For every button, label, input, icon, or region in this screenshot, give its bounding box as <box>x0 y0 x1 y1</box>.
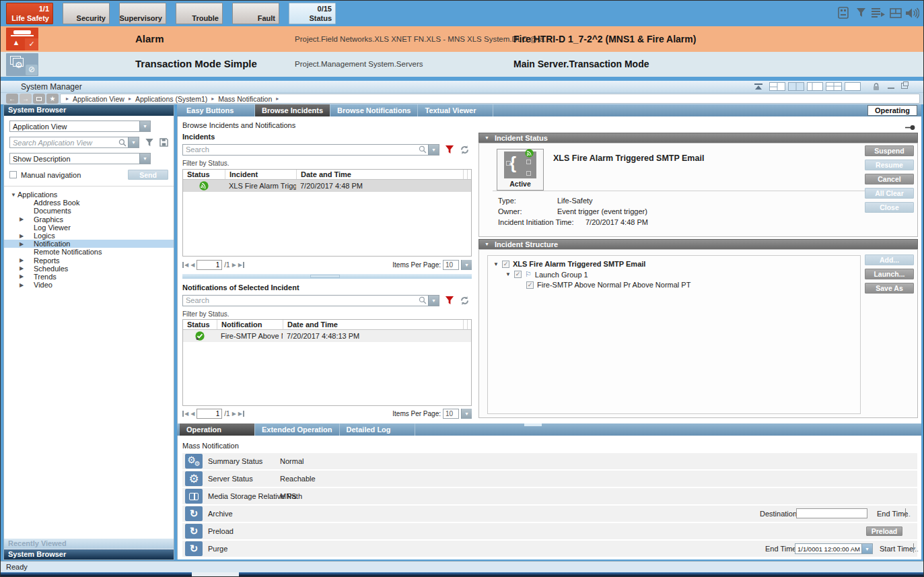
end-time-select[interactable]: 1/1/0001 12:00:00 AM ▼ <box>795 543 873 554</box>
alarm-event-row[interactable]: ▲ ✓ Alarm Project.Field Networks.XLS XNE… <box>1 26 924 52</box>
tree-item-reports[interactable]: ▶Reports <box>4 257 174 265</box>
refresh-icon[interactable] <box>460 296 470 306</box>
system-browser-footer-bar[interactable]: System Browser <box>4 549 174 559</box>
next-page-icon[interactable]: ▶ <box>232 411 236 417</box>
lock-icon[interactable] <box>873 83 880 91</box>
description-selector[interactable]: Show Description ▼ <box>9 153 151 164</box>
column-notification[interactable]: Notification <box>217 320 283 329</box>
layout-preset-2-button[interactable] <box>788 82 804 91</box>
tree-item-graphics[interactable]: ▶Graphics <box>4 215 174 224</box>
items-per-page-value[interactable]: 10 <box>443 260 459 270</box>
first-page-icon[interactable]: ◀ <box>182 262 188 268</box>
event-list-icon[interactable] <box>870 6 886 20</box>
cancel-button[interactable]: Cancel <box>865 174 914 184</box>
supervisory-counter-button[interactable]: Supervisory <box>119 3 166 24</box>
fault-counter-button[interactable]: Fault <box>232 3 279 24</box>
last-page-icon[interactable]: ▶ <box>238 411 244 417</box>
page-number-input[interactable] <box>197 409 222 419</box>
structure-node-root[interactable]: ▼ XLS Fire Alarm Triggered SMTP Email <box>493 260 860 268</box>
crumb-applications-system1[interactable]: Applications (System1) <box>135 95 207 103</box>
node-checkbox[interactable] <box>526 281 534 289</box>
tab-detailed-log[interactable]: Detailed Log <box>340 423 415 436</box>
scroll-down-icon[interactable]: ▼ <box>912 546 917 551</box>
node-checkbox[interactable] <box>502 261 509 268</box>
notification-row[interactable]: Fire-SMTP Above Nor 7/20/2017 4:48:13 PM <box>183 330 471 342</box>
incident-structure-header[interactable]: ▼ Incident Structure <box>478 239 918 249</box>
items-per-page-value[interactable]: 10 <box>443 409 459 419</box>
prev-page-icon[interactable]: ◀ <box>190 262 194 268</box>
minimize-button[interactable] <box>888 88 894 89</box>
tab-browse-notifications[interactable]: Browse Notifications <box>330 104 418 116</box>
speaker-icon[interactable] <box>904 6 920 20</box>
tables-splitter[interactable] <box>182 274 472 279</box>
layout-preset-4-button[interactable] <box>826 82 842 91</box>
layout-preset-5-button[interactable] <box>845 82 861 91</box>
splitter-grip[interactable] <box>524 423 542 426</box>
tab-easy-buttons[interactable]: Easy Buttons <box>180 104 255 116</box>
layout-preset-3-button[interactable] <box>807 82 823 91</box>
add-button[interactable]: Add... <box>865 254 914 265</box>
security-counter-button[interactable]: Security <box>63 3 110 24</box>
tree-item-address-book[interactable]: Address Book <box>4 199 174 207</box>
chevron-down-icon[interactable]: ▼ <box>139 121 150 131</box>
end-time-picker-icon[interactable]: ‥ <box>905 508 913 518</box>
preload-process-icon[interactable]: ↻ <box>185 524 203 539</box>
search-options-icon[interactable]: ▼ <box>428 145 439 155</box>
tab-operation[interactable]: Operation <box>180 423 255 436</box>
suspend-button[interactable]: Suspend <box>865 145 914 156</box>
operating-mode-tab[interactable]: Operating <box>867 105 917 116</box>
search-input[interactable] <box>183 296 419 304</box>
search-input[interactable] <box>183 145 419 154</box>
chevron-down-icon[interactable]: ▼ <box>139 154 150 164</box>
resume-button[interactable]: Resume <box>865 160 914 170</box>
tree-item-schedules[interactable]: ▶Schedules <box>4 265 174 273</box>
forward-button[interactable]: → <box>20 94 32 104</box>
incident-status-header[interactable]: ▼ Incident Status <box>478 133 918 143</box>
tree-item-log-viewer[interactable]: Log Viewer <box>4 224 174 232</box>
tab-browse-incidents[interactable]: Browse Incidents <box>255 104 330 116</box>
pin-icon[interactable] <box>905 125 915 131</box>
structure-node-notification[interactable]: Fire-SMTP Above Normal Pr Above Normal P… <box>526 281 860 289</box>
favorites-star-icon[interactable]: ★ <box>46 94 59 104</box>
launch-button[interactable]: Launch... <box>865 269 914 279</box>
preload-button[interactable]: Preload <box>866 527 902 536</box>
chevron-down-icon[interactable]: ▼ <box>461 260 472 270</box>
refresh-icon[interactable] <box>460 145 470 155</box>
trouble-counter-button[interactable]: Trouble <box>176 3 223 24</box>
structure-node-launch-group[interactable]: ▼ ⚐ Launch Group 1 <box>505 270 860 279</box>
send-button[interactable]: Send <box>128 170 168 180</box>
restore-button[interactable] <box>901 83 908 89</box>
archive-process-icon[interactable]: ↻ <box>185 506 203 521</box>
crumb-application-view[interactable]: Application View <box>73 95 125 103</box>
all-clear-button[interactable]: All Clear <box>865 188 914 199</box>
view-selector[interactable]: Application View ▼ <box>9 121 151 132</box>
page-number-input[interactable] <box>197 260 222 270</box>
tree-item-remote-notifications[interactable]: Remote Notifications <box>4 248 174 256</box>
recently-viewed-bar[interactable]: Recently Viewed <box>4 539 174 549</box>
taskbar-item[interactable] <box>192 572 239 577</box>
display-mode-icon[interactable] <box>33 94 45 104</box>
transaction-mode-row[interactable]: ⚙ ⊘ Transaction Mode Simple Project.Mana… <box>1 52 924 77</box>
column-datetime[interactable]: Date and Time <box>296 170 463 179</box>
purge-process-icon[interactable]: ↻ <box>185 541 203 556</box>
back-button[interactable]: ← <box>6 94 18 104</box>
destination-input[interactable] <box>796 508 867 518</box>
first-page-icon[interactable]: ◀ <box>182 411 188 417</box>
chevron-down-icon[interactable]: ▼ <box>861 544 872 553</box>
chevron-down-icon[interactable]: ▼ <box>461 409 472 419</box>
next-page-icon[interactable]: ▶ <box>232 262 236 268</box>
tree-item-video[interactable]: ▶Video <box>4 281 174 289</box>
collapse-panes-icon[interactable] <box>754 83 762 90</box>
filter-active-icon[interactable] <box>445 296 454 306</box>
layout-icon[interactable] <box>888 6 904 20</box>
close-button[interactable]: Close <box>865 202 914 213</box>
search-options-icon[interactable]: ▼ <box>428 296 439 306</box>
column-status[interactable]: Status <box>183 320 217 329</box>
life-safety-counter-button[interactable]: 1/1 Life Safety <box>6 3 53 24</box>
prev-page-icon[interactable]: ◀ <box>190 411 194 417</box>
search-options-icon[interactable]: ▼ <box>128 137 139 147</box>
tab-extended-operation[interactable]: Extended Operation <box>255 423 340 436</box>
manual-navigation-checkbox[interactable] <box>9 171 17 178</box>
column-incident[interactable]: Incident <box>225 170 296 179</box>
filter-icon[interactable] <box>853 6 869 20</box>
